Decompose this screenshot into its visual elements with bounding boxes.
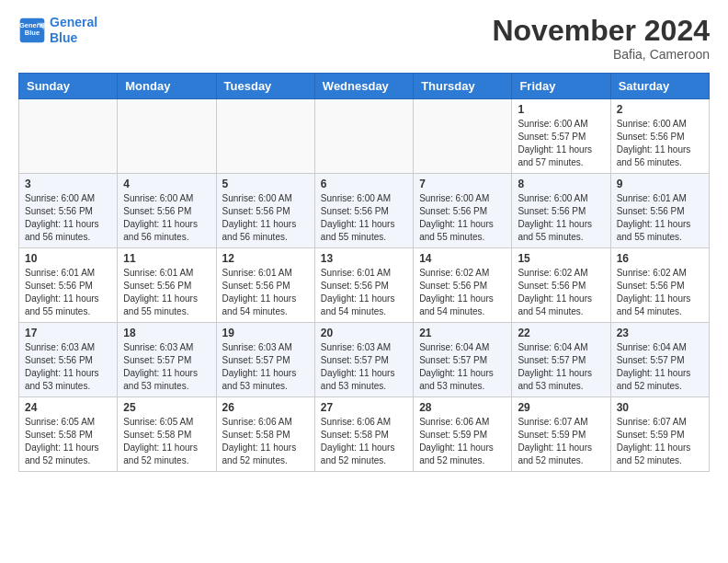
calendar-cell-empty bbox=[118, 99, 216, 174]
logo-icon: General Blue bbox=[18, 17, 46, 44]
day-info-30: Sunrise: 6:07 AM Sunset: 5:59 PM Dayligh… bbox=[617, 416, 703, 467]
calendar-cell-day-21: 21Sunrise: 6:04 AM Sunset: 5:57 PM Dayli… bbox=[414, 323, 512, 397]
logo: General Blue General Blue bbox=[18, 15, 97, 46]
calendar-weekday-saturday: Saturday bbox=[610, 74, 709, 99]
day-info-22: Sunrise: 6:04 AM Sunset: 5:57 PM Dayligh… bbox=[518, 341, 604, 393]
logo-blue: Blue bbox=[50, 30, 77, 45]
day-info-4: Sunrise: 6:00 AM Sunset: 5:56 PM Dayligh… bbox=[123, 192, 210, 244]
calendar-cell-day-29: 29Sunrise: 6:07 AM Sunset: 5:59 PM Dayli… bbox=[512, 397, 610, 472]
calendar-cell-day-18: 18Sunrise: 6:03 AM Sunset: 5:57 PM Dayli… bbox=[118, 323, 216, 397]
calendar-cell-day-16: 16Sunrise: 6:02 AM Sunset: 5:56 PM Dayli… bbox=[610, 248, 709, 323]
calendar-weekday-tuesday: Tuesday bbox=[216, 74, 314, 99]
calendar-week-2: 10Sunrise: 6:01 AM Sunset: 5:56 PM Dayli… bbox=[19, 248, 710, 323]
day-info-17: Sunrise: 6:03 AM Sunset: 5:56 PM Dayligh… bbox=[25, 341, 111, 393]
location: Bafia, Cameroon bbox=[492, 47, 710, 62]
calendar-cell-day-14: 14Sunrise: 6:02 AM Sunset: 5:56 PM Dayli… bbox=[414, 248, 512, 323]
day-info-16: Sunrise: 6:02 AM Sunset: 5:56 PM Dayligh… bbox=[617, 267, 703, 318]
title-block: November 2024 Bafia, Cameroon bbox=[492, 15, 710, 62]
calendar-cell-day-20: 20Sunrise: 6:03 AM Sunset: 5:57 PM Dayli… bbox=[314, 323, 413, 397]
calendar-cell-day-27: 27Sunrise: 6:06 AM Sunset: 5:58 PM Dayli… bbox=[314, 397, 413, 472]
day-info-21: Sunrise: 6:04 AM Sunset: 5:57 PM Dayligh… bbox=[419, 341, 506, 393]
calendar-cell-day-26: 26Sunrise: 6:06 AM Sunset: 5:58 PM Dayli… bbox=[216, 397, 314, 472]
day-number-19: 19 bbox=[222, 327, 309, 339]
day-info-14: Sunrise: 6:02 AM Sunset: 5:56 PM Dayligh… bbox=[419, 267, 506, 318]
day-info-23: Sunrise: 6:04 AM Sunset: 5:57 PM Dayligh… bbox=[617, 341, 703, 393]
logo-general: General bbox=[50, 15, 97, 29]
day-number-1: 1 bbox=[518, 103, 604, 116]
day-info-26: Sunrise: 6:06 AM Sunset: 5:58 PM Dayligh… bbox=[222, 416, 309, 467]
page: General Blue General Blue November 2024 … bbox=[0, 0, 728, 490]
calendar-weekday-friday: Friday bbox=[512, 74, 610, 99]
day-number-8: 8 bbox=[518, 178, 604, 190]
calendar-cell-empty bbox=[414, 99, 512, 174]
day-number-7: 7 bbox=[419, 178, 506, 190]
calendar-week-0: 1Sunrise: 6:00 AM Sunset: 5:57 PM Daylig… bbox=[19, 99, 710, 174]
calendar-cell-empty bbox=[314, 99, 413, 174]
calendar-cell-empty bbox=[19, 99, 118, 174]
day-info-11: Sunrise: 6:01 AM Sunset: 5:56 PM Dayligh… bbox=[123, 267, 210, 318]
calendar-weekday-thursday: Thursday bbox=[414, 74, 512, 99]
header: General Blue General Blue November 2024 … bbox=[18, 15, 710, 62]
day-info-13: Sunrise: 6:01 AM Sunset: 5:56 PM Dayligh… bbox=[321, 267, 407, 318]
calendar-cell-empty bbox=[216, 99, 314, 174]
day-info-9: Sunrise: 6:01 AM Sunset: 5:56 PM Dayligh… bbox=[617, 192, 703, 244]
day-info-25: Sunrise: 6:05 AM Sunset: 5:58 PM Dayligh… bbox=[123, 416, 210, 467]
calendar-weekday-monday: Monday bbox=[118, 74, 216, 99]
day-info-24: Sunrise: 6:05 AM Sunset: 5:58 PM Dayligh… bbox=[25, 416, 111, 467]
day-info-3: Sunrise: 6:00 AM Sunset: 5:56 PM Dayligh… bbox=[25, 192, 111, 244]
day-number-15: 15 bbox=[518, 252, 604, 265]
calendar-cell-day-24: 24Sunrise: 6:05 AM Sunset: 5:58 PM Dayli… bbox=[19, 397, 118, 472]
day-info-6: Sunrise: 6:00 AM Sunset: 5:56 PM Dayligh… bbox=[321, 192, 407, 244]
day-number-20: 20 bbox=[321, 327, 407, 339]
calendar-cell-day-12: 12Sunrise: 6:01 AM Sunset: 5:56 PM Dayli… bbox=[216, 248, 314, 323]
calendar-cell-day-25: 25Sunrise: 6:05 AM Sunset: 5:58 PM Dayli… bbox=[118, 397, 216, 472]
day-info-29: Sunrise: 6:07 AM Sunset: 5:59 PM Dayligh… bbox=[518, 416, 604, 467]
day-number-4: 4 bbox=[123, 178, 210, 190]
month-title: November 2024 bbox=[492, 15, 710, 47]
day-info-15: Sunrise: 6:02 AM Sunset: 5:56 PM Dayligh… bbox=[518, 267, 604, 318]
day-info-12: Sunrise: 6:01 AM Sunset: 5:56 PM Dayligh… bbox=[222, 267, 309, 318]
calendar-cell-day-4: 4Sunrise: 6:00 AM Sunset: 5:56 PM Daylig… bbox=[118, 174, 216, 248]
calendar-week-3: 17Sunrise: 6:03 AM Sunset: 5:56 PM Dayli… bbox=[19, 323, 710, 397]
calendar: SundayMondayTuesdayWednesdayThursdayFrid… bbox=[18, 73, 710, 472]
svg-text:Blue: Blue bbox=[25, 29, 40, 37]
day-number-21: 21 bbox=[419, 327, 506, 339]
day-number-18: 18 bbox=[123, 327, 210, 339]
calendar-cell-day-15: 15Sunrise: 6:02 AM Sunset: 5:56 PM Dayli… bbox=[512, 248, 610, 323]
day-info-8: Sunrise: 6:00 AM Sunset: 5:56 PM Dayligh… bbox=[518, 192, 604, 244]
day-number-24: 24 bbox=[25, 401, 111, 414]
day-info-20: Sunrise: 6:03 AM Sunset: 5:57 PM Dayligh… bbox=[321, 341, 407, 393]
calendar-week-4: 24Sunrise: 6:05 AM Sunset: 5:58 PM Dayli… bbox=[19, 397, 710, 472]
day-number-16: 16 bbox=[617, 252, 703, 265]
day-info-1: Sunrise: 6:00 AM Sunset: 5:57 PM Dayligh… bbox=[518, 118, 604, 169]
day-info-19: Sunrise: 6:03 AM Sunset: 5:57 PM Dayligh… bbox=[222, 341, 309, 393]
calendar-cell-day-10: 10Sunrise: 6:01 AM Sunset: 5:56 PM Dayli… bbox=[19, 248, 118, 323]
day-number-13: 13 bbox=[321, 252, 407, 265]
day-number-2: 2 bbox=[617, 103, 703, 116]
day-number-27: 27 bbox=[321, 401, 407, 414]
day-number-26: 26 bbox=[222, 401, 309, 414]
day-number-9: 9 bbox=[617, 178, 703, 190]
calendar-week-1: 3Sunrise: 6:00 AM Sunset: 5:56 PM Daylig… bbox=[19, 174, 710, 248]
calendar-cell-day-22: 22Sunrise: 6:04 AM Sunset: 5:57 PM Dayli… bbox=[512, 323, 610, 397]
calendar-header-row: SundayMondayTuesdayWednesdayThursdayFrid… bbox=[19, 74, 710, 99]
calendar-cell-day-2: 2Sunrise: 6:00 AM Sunset: 5:56 PM Daylig… bbox=[610, 99, 709, 174]
day-number-17: 17 bbox=[25, 327, 111, 339]
calendar-cell-day-13: 13Sunrise: 6:01 AM Sunset: 5:56 PM Dayli… bbox=[314, 248, 413, 323]
day-number-29: 29 bbox=[518, 401, 604, 414]
day-info-27: Sunrise: 6:06 AM Sunset: 5:58 PM Dayligh… bbox=[321, 416, 407, 467]
day-number-12: 12 bbox=[222, 252, 309, 265]
calendar-cell-day-5: 5Sunrise: 6:00 AM Sunset: 5:56 PM Daylig… bbox=[216, 174, 314, 248]
day-number-22: 22 bbox=[518, 327, 604, 339]
day-number-10: 10 bbox=[25, 252, 111, 265]
day-number-23: 23 bbox=[617, 327, 703, 339]
day-info-18: Sunrise: 6:03 AM Sunset: 5:57 PM Dayligh… bbox=[123, 341, 210, 393]
day-info-28: Sunrise: 6:06 AM Sunset: 5:59 PM Dayligh… bbox=[419, 416, 506, 467]
day-number-11: 11 bbox=[123, 252, 210, 265]
day-number-30: 30 bbox=[617, 401, 703, 414]
calendar-cell-day-6: 6Sunrise: 6:00 AM Sunset: 5:56 PM Daylig… bbox=[314, 174, 413, 248]
calendar-cell-day-3: 3Sunrise: 6:00 AM Sunset: 5:56 PM Daylig… bbox=[19, 174, 118, 248]
day-number-5: 5 bbox=[222, 178, 309, 190]
calendar-cell-day-1: 1Sunrise: 6:00 AM Sunset: 5:57 PM Daylig… bbox=[512, 99, 610, 174]
calendar-cell-day-28: 28Sunrise: 6:06 AM Sunset: 5:59 PM Dayli… bbox=[414, 397, 512, 472]
